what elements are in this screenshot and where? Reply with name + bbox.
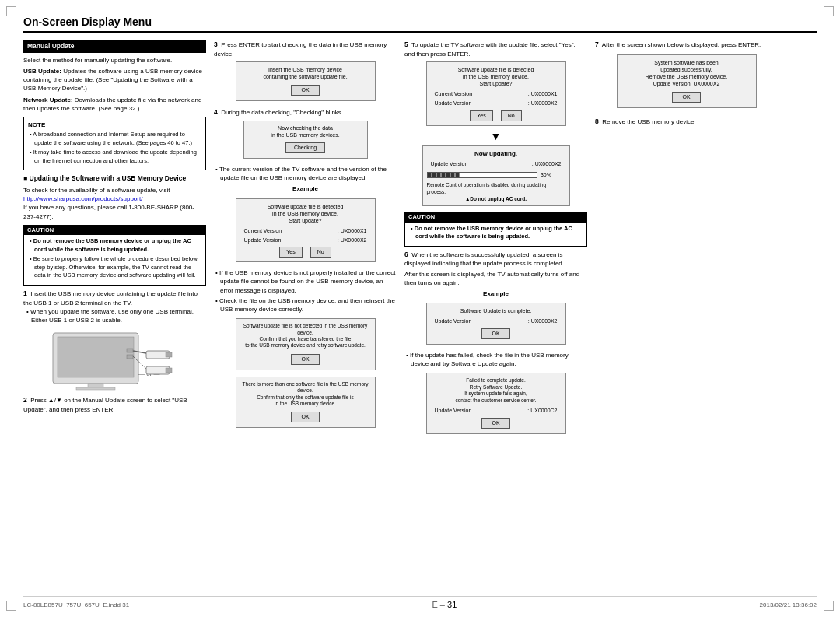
progress-update-row: Update Version : UX0000X2 xyxy=(427,160,565,169)
caution-title-col3: CAUTION xyxy=(405,212,586,223)
progress-title: Now updating. xyxy=(427,149,565,158)
corner-mark-bl xyxy=(6,601,16,611)
progress-caution-text: ▲Do not unplug AC cord. xyxy=(427,195,565,202)
if-failed-text: If the update has failed, check the file… xyxy=(404,351,587,368)
svg-rect-5 xyxy=(76,387,115,390)
note-if-usb: If the USB memory device is not properly… xyxy=(214,268,397,295)
col4-ok-btn[interactable]: OK xyxy=(672,92,700,103)
col3-dialog1-no-btn[interactable]: No xyxy=(501,110,522,121)
step1-sub: When you update the software, use only o… xyxy=(23,307,206,324)
dialog3-buttons: Yes No xyxy=(240,247,371,258)
footer-left: LC-80LE857U_757U_657U_E.indd 31 xyxy=(23,601,129,608)
progress-note: Remote Control operation is disabled dur… xyxy=(427,181,565,195)
svg-rect-7 xyxy=(166,352,172,357)
page-title: On-Screen Display Menu xyxy=(23,16,817,33)
col2-error-dialog-1: Software update file is not detected in … xyxy=(236,318,376,370)
failed-ok-btn[interactable]: OK xyxy=(481,418,509,429)
dialog3-current-row: Current Version : UX0000X1 xyxy=(240,226,371,236)
col3-dialog1-title: Software update file is detected in the … xyxy=(431,66,562,87)
network-update-label: Network Update: xyxy=(23,96,73,103)
note-box: NOTE A broadband connection and Internet… xyxy=(23,117,206,170)
note-check: Check the file on the USB memory device,… xyxy=(214,296,397,314)
footer-right: 2013/02/21 13:36:02 xyxy=(760,601,817,608)
column-2: 3 Press ENTER to start checking the data… xyxy=(214,40,397,584)
progress-percent: 30% xyxy=(541,171,551,179)
col3-dialog-1: Software update file is detected in the … xyxy=(426,61,566,126)
step6: 6 When the software is successfully upda… xyxy=(404,251,587,268)
progress-bar-outer xyxy=(427,172,537,178)
note-current: The current version of the TV software a… xyxy=(214,165,397,182)
complete-update-row: Update Version : UX0000X2 xyxy=(431,317,562,326)
col3-dialog1-yes-btn[interactable]: Yes xyxy=(470,110,492,121)
complete-dialog-title: Software Update is complete. xyxy=(431,307,562,314)
page-number: E – 31 xyxy=(432,600,457,609)
usb-section-text2: If you have any questions, please call 1… xyxy=(23,203,206,220)
col3-failed-container: Failed to complete update. Retry Softwar… xyxy=(404,370,587,436)
dialog3-yes-btn[interactable]: Yes xyxy=(279,247,302,258)
col3-progress-dialog: Now updating. Update Version : UX0000X2 … xyxy=(422,145,570,206)
caution-col3-item1: Do not remove the USB memory device or u… xyxy=(409,225,583,241)
tv-image: — or — xyxy=(45,329,185,391)
dialog3-no-btn[interactable]: No xyxy=(310,247,331,258)
failed-update-row: Update Version : UX0000C2 xyxy=(431,406,562,415)
step2: 2 Press ▲/▼ on the Manual Update screen … xyxy=(23,396,206,414)
network-update-desc: Network Update: Downloads the update fil… xyxy=(23,96,206,113)
example-label-1: Example xyxy=(214,184,397,193)
note-title: NOTE xyxy=(28,121,201,129)
usb-update-label: USB Update: xyxy=(23,68,61,75)
step5: 5 To update the TV software with the upd… xyxy=(404,40,587,58)
col4-dialog-title: System software has been updated success… xyxy=(621,59,752,87)
col3-failed-dialog: Failed to complete update. Retry Softwar… xyxy=(426,373,566,433)
error-dialog2-title: There is more than one software file in … xyxy=(240,381,371,408)
complete-ok-btn[interactable]: OK xyxy=(481,328,509,339)
dialog1-ok-btn[interactable]: OK xyxy=(291,85,319,96)
svg-rect-1 xyxy=(58,337,134,377)
progress-bar-inner xyxy=(428,173,460,177)
error-dialog2-ok-btn[interactable]: OK xyxy=(291,412,319,422)
col4-dialog-container: System software has been updated success… xyxy=(595,50,778,111)
svg-rect-2 xyxy=(127,349,133,352)
dialog1-title: Insert the USB memory device containing … xyxy=(240,66,371,80)
usb-link[interactable]: http://www.sharpusa.com/products/support… xyxy=(23,195,142,202)
usb-section-text: To check for the availability of a softw… xyxy=(23,186,206,195)
arrow-down: ▼ xyxy=(404,131,587,142)
col3-complete-container: Software Update is complete. Update Vers… xyxy=(404,300,587,348)
col2-dialog-3: Software update file is detected in the … xyxy=(236,198,376,263)
corner-mark-br xyxy=(824,601,834,611)
col3-complete-dialog: Software Update is complete. Update Vers… xyxy=(426,303,566,345)
step3: 3 Press ENTER to start checking the data… xyxy=(214,40,397,58)
manual-update-header: Manual Update xyxy=(23,40,206,53)
note-item-2: It may take time to access and download … xyxy=(28,149,201,165)
col3-dialog1-update-row: Update Version : UX0000X2 xyxy=(431,99,562,108)
step4: 4 During the data checking, "Checking" b… xyxy=(214,108,397,117)
col3-dialog1-current-row: Current Version : UX0000X1 xyxy=(431,89,562,99)
main-content: Manual Update Select the method for manu… xyxy=(23,40,817,584)
example-label-col3: Example xyxy=(404,289,587,298)
svg-rect-11 xyxy=(166,368,172,373)
caution-box-1: CAUTION Do not remove the USB memory dev… xyxy=(23,225,206,286)
caution-box-col3: CAUTION Do not remove the USB memory dev… xyxy=(404,212,587,247)
column-1: Manual Update Select the method for manu… xyxy=(23,40,206,584)
dialog3-update-row: Update Version : UX0000X2 xyxy=(240,236,371,245)
caution-title-1: CAUTION xyxy=(24,226,205,236)
error-dialog1-ok-btn[interactable]: OK xyxy=(291,354,319,365)
col2-error-dialog-2: There is more than one software file in … xyxy=(236,377,376,429)
col2-dialog-2-container: Now checking the data in the USB memory … xyxy=(214,117,397,162)
step8: 8 Remove the USB memory device. xyxy=(595,117,778,127)
corner-mark-tr xyxy=(824,6,834,16)
svg-rect-4 xyxy=(88,384,103,387)
col3-dialog1-buttons: Yes No xyxy=(431,110,562,121)
step1: 1 Insert the USB memory device containin… xyxy=(23,289,206,307)
column-3: 5 To update the TV software with the upd… xyxy=(404,40,587,584)
svg-rect-3 xyxy=(127,355,133,359)
column-4: 7 After the screen shown below is displa… xyxy=(595,40,778,584)
usb-update-desc: USB Update: Updates the software using a… xyxy=(23,67,206,93)
dialog2-title: Now checking the data in the USB memory … xyxy=(247,124,364,138)
caution-item-1: Do not remove the USB memory device or u… xyxy=(28,237,201,254)
col2-dialog-1: Insert the USB memory device containing … xyxy=(236,61,376,101)
col2-dialog-1-container: Insert the USB memory device containing … xyxy=(214,58,397,104)
col3-progress-container: Now updating. Update Version : UX0000X2 … xyxy=(404,143,587,209)
corner-mark-tl xyxy=(6,6,16,16)
progress-bar-row: 30% xyxy=(427,170,565,180)
step6-text2: After this screen is displayed, the TV a… xyxy=(404,270,587,287)
